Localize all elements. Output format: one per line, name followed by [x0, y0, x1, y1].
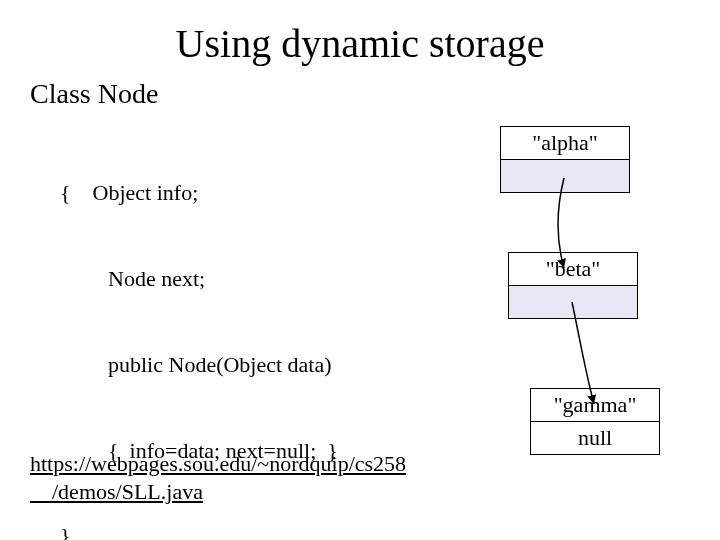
- link-text-line1: https://webpages.sou.edu/~nordquip/cs258: [30, 451, 406, 476]
- node-info-cell: "beta": [509, 253, 637, 286]
- node-alpha: "alpha": [500, 126, 630, 193]
- class-heading: Class Node: [30, 78, 158, 110]
- node-next-cell: [509, 286, 637, 318]
- node-info-cell: "gamma": [531, 389, 659, 422]
- code-line: { Object info;: [60, 179, 480, 208]
- node-beta: "beta": [508, 252, 638, 319]
- node-gamma: "gamma" null: [530, 388, 660, 455]
- code-line: Node next;: [60, 265, 480, 294]
- node-info-cell: "alpha": [501, 127, 629, 160]
- link-text-line2: /demos/SLL.java: [52, 479, 203, 504]
- slide: Using dynamic storage Class Node { Objec…: [0, 0, 720, 540]
- code-line: public Node(Object data): [60, 351, 480, 380]
- code-line: }: [60, 522, 480, 540]
- demo-link[interactable]: https://webpages.sou.edu/~nordquip/cs258…: [30, 450, 406, 505]
- node-next-cell: null: [531, 422, 659, 454]
- node-next-cell: [501, 160, 629, 192]
- slide-title: Using dynamic storage: [0, 20, 720, 67]
